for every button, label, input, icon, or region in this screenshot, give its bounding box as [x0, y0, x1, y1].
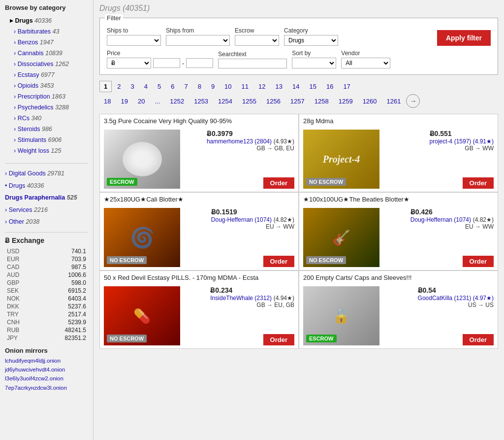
order-button[interactable]: Order	[263, 256, 294, 267]
sidebar-item-steroids[interactable]: › Steroids 986	[5, 124, 88, 135]
page-link-12[interactable]: 12	[254, 81, 270, 92]
sidebar-item-stimulants[interactable]: › Stimulants 6906	[5, 135, 88, 145]
price-symbol-select[interactable]: Ƀ	[107, 58, 151, 68]
onion-link[interactable]: jd6yhuwcivehvdt4.onion	[5, 365, 88, 374]
onion-link[interactable]: lchudifyeqm4ldjj.onion	[5, 356, 88, 365]
order-button[interactable]: Order	[263, 177, 294, 189]
page-link-1257[interactable]: 1257	[286, 96, 309, 107]
order-button[interactable]: Order	[463, 256, 494, 267]
main-cat-digital-goods[interactable]: › Digital Goods 29781	[5, 168, 88, 180]
sidebar-item-cannabis[interactable]: › Cannabis 10839	[5, 48, 88, 59]
onion-title: Onion mirrors	[5, 347, 88, 354]
product-title: 28g Mdma	[299, 114, 498, 127]
sidebar-item-rcs[interactable]: › RCs 340	[5, 113, 88, 124]
onion-link[interactable]: 7ep7acrkунzdcw3l.onion	[5, 383, 88, 392]
page-link-5[interactable]: 5	[153, 81, 165, 92]
sidebar-item-opioids[interactable]: › Opioids 3453	[5, 80, 88, 91]
ships-to-select[interactable]	[107, 35, 161, 46]
searchtext-input[interactable]	[218, 59, 287, 68]
onion-link[interactable]: l3e6ly3uoif4zcw2.onion	[5, 374, 88, 383]
exchange-row-aud: AUD1006.6	[5, 271, 88, 279]
product-escrow-badge: ESCROW	[306, 335, 337, 342]
main-cat-services[interactable]: › Services 2216	[5, 204, 88, 216]
ships-to-group: Ships to	[107, 27, 161, 46]
sidebar-item-ecstasy[interactable]: › Ecstasy 6977	[5, 69, 88, 80]
page-link-1256[interactable]: 1256	[262, 96, 285, 107]
product-vendor[interactable]: GoodCatKilla (1231) (4.97★)	[418, 295, 494, 302]
product-info: Ƀ0.1519 Doug-Heffernan (1074) (4.82★) EU…	[185, 208, 294, 267]
main-cat-drugs-paraphernalia[interactable]: Drugs Paraphernalia 525	[5, 192, 88, 204]
product-image: 💊 NO ESCROW	[104, 286, 180, 345]
product-rating: (4.82★)	[274, 216, 294, 223]
page-link-17[interactable]: 17	[339, 81, 354, 92]
page-link-1252[interactable]: 1252	[165, 96, 189, 107]
sort-by-group: Sort by	[292, 50, 336, 68]
product-vendor[interactable]: InsideTheWhale (2312)	[210, 295, 272, 302]
sidebar-item-benzos[interactable]: › Benzos 1947	[5, 37, 88, 48]
order-button[interactable]: Order	[263, 334, 294, 345]
page-link-1259[interactable]: 1259	[334, 96, 357, 107]
filter-box: Filter Ships to Ships from Escrow Catego…	[99, 18, 498, 75]
sidebar-item-weight-loss[interactable]: › Weight loss 125	[5, 145, 88, 156]
sidebar-item-prescription[interactable]: › Prescription 1863	[5, 91, 88, 102]
product-ships: US → US	[418, 302, 494, 308]
main-cat-other[interactable]: › Other 2038	[5, 216, 88, 228]
price-max-input[interactable]	[186, 58, 213, 68]
page-link-9[interactable]: 9	[207, 81, 219, 92]
page-link-19[interactable]: 19	[116, 96, 132, 107]
sidebar-item-dissociatives[interactable]: › Dissociatives 1262	[5, 59, 88, 69]
page-link-4[interactable]: 4	[140, 81, 152, 92]
sidebar-item-barbiturates[interactable]: › Barbiturates 43	[5, 26, 88, 37]
page-link-2[interactable]: 2	[113, 81, 125, 92]
product-vendor[interactable]: project-4 (1597) (4.91★)	[430, 138, 494, 145]
page-link-3[interactable]: 3	[126, 81, 138, 92]
vendor-label: Vendor	[341, 50, 390, 57]
price-min-input[interactable]	[153, 58, 180, 68]
page-link-1254[interactable]: 1254	[214, 96, 237, 107]
page-link-11[interactable]: 11	[237, 81, 253, 92]
product-card-p5: 50 x Red Devil Ecstasy PILLS. - 170mg MD…	[99, 271, 299, 349]
page-link-15[interactable]: 15	[305, 81, 320, 92]
page-link-1[interactable]: 1	[99, 81, 112, 92]
page-link-7[interactable]: 7	[180, 81, 192, 92]
product-card-p6: 200 Empty Carts/ Caps and Sleeves!!! 🔒 E…	[299, 271, 498, 349]
searchtext-label: Searchtext	[218, 51, 287, 58]
product-vendor[interactable]: Doug-Heffernan (1074)	[211, 216, 272, 223]
page-link-18[interactable]: 18	[99, 96, 115, 107]
page-link-20[interactable]: 20	[133, 96, 149, 107]
exchange-row-gbp: GBP598.0	[5, 279, 88, 287]
ships-from-select[interactable]	[166, 35, 230, 46]
product-title: 200 Empty Carts/ Caps and Sleeves!!!	[299, 271, 498, 283]
sidebar-item-drugs[interactable]: ▸ Drugs 40336	[5, 15, 88, 26]
sidebar-item-psychedelics[interactable]: › Psychedelics 3288	[5, 102, 88, 113]
page-link-16[interactable]: 16	[322, 81, 338, 92]
product-body: 🌀 NO ESCROW Ƀ0.1519 Doug-Heffernan (1074…	[100, 205, 298, 270]
pagination-next-arrow[interactable]: →	[406, 94, 420, 108]
product-vendor[interactable]: Doug-Heffernan (1074)	[410, 216, 471, 223]
main-cat-drugs[interactable]: • Drugs 40336	[5, 180, 88, 192]
page-link-1261[interactable]: 1261	[382, 96, 406, 107]
page-link-1258[interactable]: 1258	[310, 96, 333, 107]
page-link-14[interactable]: 14	[288, 81, 304, 92]
apply-filter-button[interactable]: Apply filter	[437, 30, 491, 46]
page-link-1255[interactable]: 1255	[238, 96, 261, 107]
page-link-10[interactable]: 10	[220, 81, 236, 92]
page-link-13[interactable]: 13	[271, 81, 287, 92]
page-link-1253[interactable]: 1253	[189, 96, 213, 107]
page-header: Drugs (40351)	[99, 4, 498, 13]
page-link-1260[interactable]: 1260	[358, 96, 381, 107]
vendor-select[interactable]: All	[341, 58, 390, 68]
product-vendor[interactable]: hammerhome123 (2804)	[207, 138, 272, 145]
product-grid: 3.5g Pure Cocaine Very High Quality 90-9…	[99, 114, 498, 349]
product-price: Ƀ0.234	[210, 286, 294, 294]
main-category-list: › Digital Goods 29781• Drugs 40336Drugs …	[5, 168, 88, 228]
product-info: Ƀ0.551 project-4 (1597) (4.91★) GB → WW …	[384, 130, 494, 189]
category-select[interactable]: Drugs	[284, 35, 338, 46]
page-link-8[interactable]: 8	[193, 81, 206, 92]
category-list: ▸ Drugs 40336› Barbiturates 43› Benzos 1…	[5, 15, 88, 156]
order-button[interactable]: Order	[463, 177, 494, 189]
order-button[interactable]: Order	[463, 334, 494, 345]
escrow-select[interactable]	[235, 35, 279, 46]
sort-by-select[interactable]	[292, 58, 336, 68]
page-link-6[interactable]: 6	[166, 81, 179, 92]
